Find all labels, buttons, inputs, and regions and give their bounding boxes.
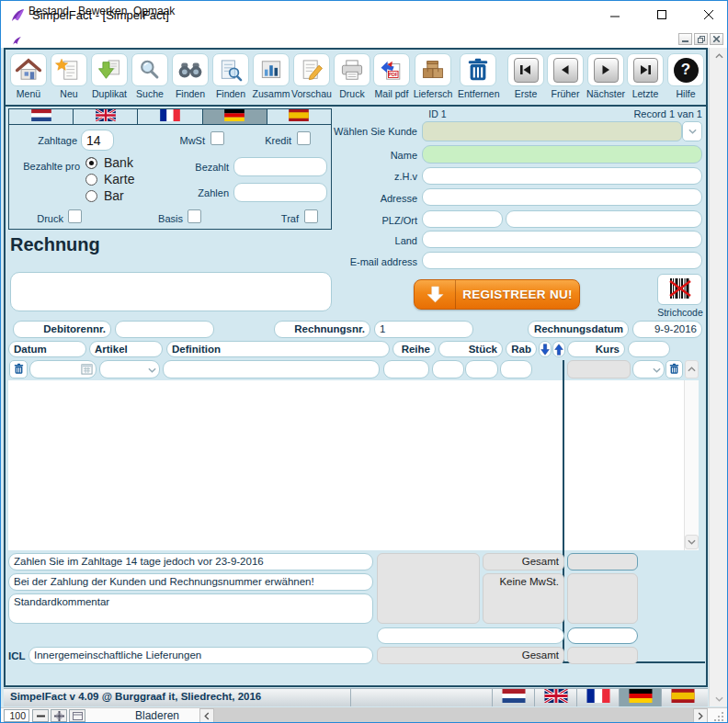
row-delete-button[interactable] (9, 360, 28, 378)
row-definition-input[interactable] (163, 360, 380, 378)
row-reihe-input[interactable] (383, 360, 429, 378)
extra-value-input[interactable] (567, 627, 638, 644)
ort-input[interactable] (506, 210, 702, 228)
icl-text-input[interactable]: Innergemeinschaftliche Lieferungen (28, 647, 373, 664)
toolbar-button-finden-2[interactable]: Finden (210, 53, 251, 105)
row-rab-input[interactable] (500, 360, 532, 378)
toolbar-button-neu[interactable]: Neu (49, 53, 89, 105)
radio-bar[interactable] (85, 190, 97, 202)
zoom-out-button[interactable] (32, 709, 49, 722)
row-currency-select[interactable] (632, 360, 665, 378)
sort-down-button[interactable] (539, 341, 552, 357)
items-table-scrollbar[interactable] (684, 380, 699, 550)
scroll-left-icon[interactable] (199, 708, 214, 723)
status-flag-de[interactable] (619, 688, 661, 706)
scroll-down-button[interactable] (685, 535, 699, 549)
extra-input[interactable] (377, 627, 564, 644)
status-flag-gb[interactable] (534, 688, 576, 706)
scrollbar-up-icon[interactable] (710, 48, 728, 63)
payment-note-text[interactable]: Bei der Zahlung der Kunden und Rechnungs… (8, 573, 373, 591)
fr-flag-icon (160, 108, 180, 125)
toolbar-button-druck[interactable]: Druck (332, 53, 372, 105)
invoice-comment-box[interactable] (10, 272, 332, 311)
bezahlt-input[interactable] (233, 157, 327, 176)
tab-flag-es[interactable] (267, 109, 331, 124)
rechnungsnr-input[interactable]: 1 (374, 321, 473, 338)
page-layout-button[interactable] (69, 709, 85, 722)
row-delete-button-2[interactable] (665, 360, 683, 378)
traf-checkbox[interactable] (304, 209, 318, 223)
barcode-button[interactable] (657, 274, 702, 305)
toolbar-button-mail-pdf[interactable]: PDF Mail pdf (371, 53, 412, 105)
nl-flag-icon (502, 689, 526, 706)
status-flag-fr[interactable] (576, 688, 619, 706)
row-stueck2-input[interactable] (465, 360, 498, 378)
email-input[interactable] (422, 252, 702, 269)
scroll-right-icon[interactable] (693, 708, 708, 723)
kunde-select[interactable] (422, 121, 682, 141)
zoom-fit-button[interactable] (51, 709, 67, 722)
toolbar-button-liefersch[interactable]: Liefersch (413, 53, 453, 105)
toolbar-button-suche[interactable]: Suche (130, 53, 170, 105)
menu-bewerken[interactable]: Bewerken (74, 4, 131, 18)
view-mode-selector[interactable]: Bladeren (111, 709, 203, 722)
status-flag-nl[interactable] (492, 688, 534, 706)
row-artikel-select[interactable] (99, 360, 160, 378)
toolbar-button-hilfe[interactable]: ? Hilfe (665, 53, 706, 105)
zahltage-input[interactable]: 14 (81, 130, 114, 151)
kredit-checkbox[interactable] (297, 131, 311, 145)
standard-comment-text[interactable]: Standardkommentar (8, 593, 373, 624)
mdi-restore-icon[interactable] (694, 33, 708, 45)
rechnungsdatum-input[interactable]: 9-9-2016 (632, 321, 702, 338)
help-icon: ? (667, 53, 704, 86)
mdi-close-icon[interactable] (710, 33, 723, 45)
rechnungsdatum-label: Rechnungsdatum (528, 321, 629, 338)
toolbar-button-menu[interactable]: Menü (8, 53, 49, 105)
menu-bestand[interactable]: Bestand (25, 4, 73, 18)
zahlen-input[interactable] (233, 183, 327, 202)
toolbar-button-frueher[interactable]: Früher (545, 53, 586, 105)
toolbar-button-finden[interactable]: Finden (170, 53, 210, 105)
tab-flag-fr[interactable] (138, 109, 202, 124)
mdi-minimize-icon[interactable] (678, 33, 692, 45)
calendar-icon[interactable] (81, 363, 93, 377)
scroll-up-button[interactable] (685, 360, 699, 378)
tab-flag-nl[interactable] (9, 109, 74, 124)
minimize-button[interactable] (594, 1, 636, 28)
horizontal-scrollbar[interactable] (199, 708, 708, 723)
sort-up-button[interactable] (552, 341, 565, 357)
tab-flag-de[interactable] (203, 109, 267, 124)
toolbar-button-letzte[interactable]: Letzte (625, 53, 665, 105)
plz-input[interactable] (422, 210, 503, 228)
debitorennr-input[interactable] (115, 321, 214, 338)
toolbar-button-zusamm[interactable]: Zusamm (251, 53, 291, 105)
menu-opmaak[interactable]: Opmaak (130, 4, 178, 18)
toolbar-button-duplikat[interactable]: Duplikat (89, 53, 130, 105)
status-flag-es[interactable] (661, 688, 703, 706)
zoom-level-input[interactable]: 100 (4, 709, 29, 722)
land-input[interactable] (422, 231, 702, 248)
kunde-dropdown-button[interactable] (682, 121, 702, 141)
basis-checkbox[interactable] (188, 209, 201, 223)
close-button[interactable] (688, 1, 728, 28)
payment-terms-text[interactable]: Zahlen Sie im Zahltage 14 tage jedoch vo… (8, 553, 373, 570)
maximize-button[interactable] (641, 1, 683, 28)
row-stueck-input[interactable] (432, 360, 464, 378)
tab-flag-gb[interactable] (74, 109, 138, 124)
toolbar-button-vorschau[interactable]: Vorschau (291, 53, 332, 105)
name-input[interactable] (422, 145, 702, 164)
radio-bank[interactable] (85, 157, 97, 169)
toolbar-button-naechster[interactable]: Nächster (586, 53, 626, 105)
toolbar-button-erste[interactable]: Erste (506, 53, 546, 105)
resize-grip[interactable] (713, 710, 725, 723)
scrollbar-down-icon[interactable] (710, 691, 728, 706)
register-button[interactable]: REGISTREER NU! (414, 279, 580, 310)
row-date-input[interactable] (29, 360, 97, 378)
toolbar-button-entfernen[interactable]: Entfernen (458, 53, 498, 105)
druck-checkbox[interactable] (68, 209, 82, 223)
adresse-input[interactable] (422, 188, 702, 206)
zhv-input[interactable] (422, 167, 702, 185)
items-table-body[interactable] (8, 380, 699, 550)
vertical-scrollbar[interactable] (709, 48, 728, 706)
radio-karte[interactable] (85, 174, 97, 186)
